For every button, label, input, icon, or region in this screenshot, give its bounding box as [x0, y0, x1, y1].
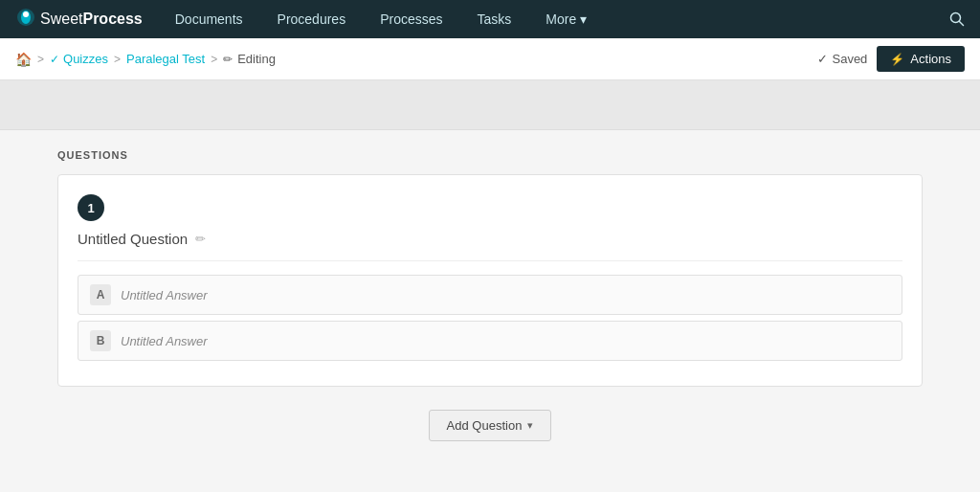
- nav-item-processes[interactable]: Processes: [363, 0, 459, 38]
- answer-text-b: Untitled Answer: [121, 334, 208, 348]
- add-question-row: Add Question ▾: [57, 410, 923, 441]
- question-card: 1 Untitled Question ✏ A Untitled Answer …: [57, 174, 923, 387]
- nav-item-tasks[interactable]: Tasks: [460, 0, 529, 38]
- chevron-down-icon: ▾: [580, 11, 587, 27]
- nav-item-more[interactable]: More ▾: [528, 0, 604, 38]
- home-icon[interactable]: 🏠: [15, 52, 32, 67]
- svg-point-2: [23, 11, 29, 17]
- top-navigation: SweetProcess Documents Procedures Proces…: [0, 0, 980, 38]
- answer-item-a[interactable]: A Untitled Answer: [78, 275, 902, 315]
- question-edit-icon[interactable]: ✏: [195, 232, 206, 246]
- logo-icon: [15, 7, 36, 33]
- answer-text-a: Untitled Answer: [121, 288, 208, 302]
- breadcrumb-sep-1: >: [37, 53, 44, 66]
- question-title: Untitled Question: [78, 231, 188, 247]
- check-icon: ✓: [50, 53, 59, 66]
- svg-line-4: [960, 22, 964, 26]
- breadcrumb-sep-3: >: [211, 53, 217, 66]
- pencil-icon: ✏: [223, 53, 233, 66]
- dropdown-arrow-icon: ▾: [527, 419, 533, 432]
- add-question-button[interactable]: Add Question ▾: [429, 410, 552, 441]
- breadcrumb-sep-2: >: [114, 53, 121, 66]
- breadcrumb: 🏠 > ✓ Quizzes > Paralegal Test > ✏ Editi…: [15, 52, 817, 67]
- answer-item-b[interactable]: B Untitled Answer: [78, 321, 902, 361]
- main-content: QUESTIONS 1 Untitled Question ✏ A Untitl…: [0, 130, 980, 460]
- logo-sweet: Sweet: [40, 11, 82, 28]
- nav-item-documents[interactable]: Documents: [158, 0, 260, 38]
- saved-check-icon: ✓: [817, 52, 828, 66]
- question-title-row: Untitled Question ✏: [78, 231, 902, 261]
- logo[interactable]: SweetProcess: [0, 0, 158, 38]
- breadcrumb-bar: 🏠 > ✓ Quizzes > Paralegal Test > ✏ Editi…: [0, 38, 980, 80]
- actions-button[interactable]: ⚡ Actions: [877, 46, 965, 72]
- breadcrumb-editing: ✏ Editing: [223, 52, 276, 66]
- questions-section-label: QUESTIONS: [57, 149, 923, 161]
- top-strip: [0, 80, 980, 130]
- saved-status: ✓ Saved: [817, 52, 867, 66]
- answer-letter-b: B: [90, 330, 111, 351]
- search-button[interactable]: [934, 0, 980, 38]
- answer-letter-a: A: [90, 284, 111, 305]
- nav-items: Documents Procedures Processes Tasks Mor…: [158, 0, 934, 38]
- nav-item-procedures[interactable]: Procedures: [260, 0, 364, 38]
- logo-process: Process: [82, 11, 142, 28]
- breadcrumb-quizzes[interactable]: ✓ Quizzes: [50, 52, 108, 66]
- breadcrumb-actions: ✓ Saved ⚡ Actions: [817, 46, 965, 72]
- bolt-icon: ⚡: [890, 53, 904, 66]
- breadcrumb-paralegal-test[interactable]: Paralegal Test: [126, 52, 205, 66]
- question-number: 1: [78, 194, 104, 221]
